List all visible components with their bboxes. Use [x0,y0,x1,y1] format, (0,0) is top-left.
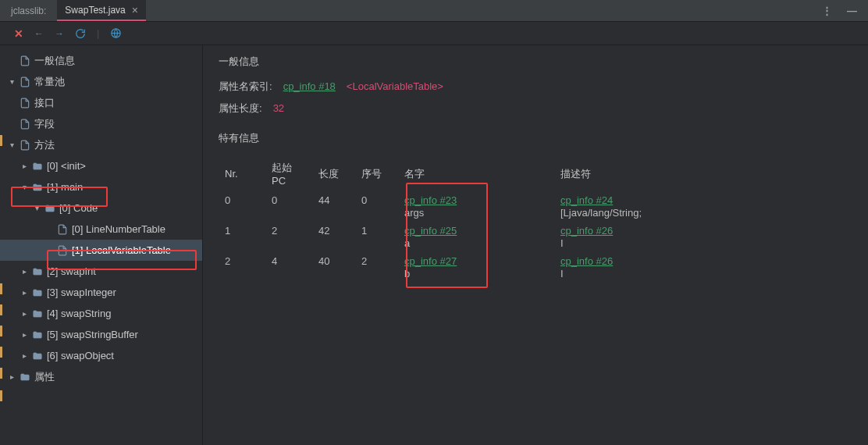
cell-length: 40 [312,252,355,283]
attr-name-index-row: 属性名索引: cp_info #18 <LocalVariableTable> [219,80,852,94]
tree-node[interactable]: ▾方法 [0,134,202,155]
chevron-down-icon[interactable]: ▾ [20,183,28,191]
tree-node-label: 接口 [34,96,55,110]
cell-name-text: a [404,237,548,249]
titlebar: jclasslib: SwapTest.java × ⋮ — [0,0,868,22]
cell-name: cp_info #27b [398,252,554,283]
tree-node-label: [2] swapInt [47,265,96,277]
cell-name: cp_info #23args [398,191,554,222]
cell-nr: 1 [219,222,265,252]
tree-node-label: 属性 [34,370,55,384]
gutter-marker [0,347,2,358]
tree-node-label: [1] main [47,181,83,193]
chevron-right-icon[interactable]: ▸ [20,162,28,170]
tree-node[interactable]: 字段 [0,113,202,134]
folder-icon [19,371,31,383]
cp-info-link[interactable]: cp_info #26 [560,255,613,267]
chevron-down-icon[interactable]: ▾ [8,77,16,86]
col-descriptor: 描述符 [554,156,852,191]
tree-node[interactable]: ▾[0] Code [0,198,202,219]
tree-node[interactable]: ▸[5] swapStringBuffer [0,324,202,345]
tree-node[interactable]: 接口 [0,92,202,113]
gutter-marker [0,368,2,379]
sidebar-tree[interactable]: 一般信息▾常量池接口字段▾方法▸[0] <init>▾[1] main▾[0] … [0,45,203,445]
tree-node[interactable]: ▸属性 [0,366,202,387]
cp-info-link[interactable]: cp_info #27 [404,255,457,267]
chevron-right-icon[interactable]: ▸ [8,372,16,381]
forward-icon[interactable]: → [55,28,64,39]
chevron-down-icon[interactable]: ▾ [33,204,41,212]
tree-node-label: [0] LineNumberTable [72,223,165,235]
chevron-right-icon[interactable]: ▸ [20,330,28,339]
tree-node[interactable]: ▾常量池 [0,71,202,92]
table-row[interactable]: 24402cp_info #27bcp_info #26I [219,252,852,283]
tree-node-label: [6] swapObject [47,350,114,361]
tree-node-label: 方法 [34,138,55,152]
col-name: 名字 [398,156,554,191]
chevron-right-icon[interactable]: ▸ [20,267,28,276]
tree-node-label: [1] LocalVariableTable [72,244,171,256]
gutter-marker [0,135,2,146]
folder-icon [31,160,44,173]
tree-node[interactable]: ▸[2] swapInt [0,261,202,282]
chevron-right-icon[interactable]: ▸ [20,351,28,360]
tree-node[interactable]: ▸[0] <init> [0,155,202,176]
gutter-marker [0,390,2,401]
cp-info-link[interactable]: cp_info #23 [404,194,457,206]
attr-name-index-label: 属性名索引: [219,80,272,94]
col-index: 序号 [355,156,398,191]
tree-node-label: [3] swapInteger [47,287,116,298]
close-icon[interactable]: ✕ [14,27,23,40]
cp-info-link[interactable]: cp_info #25 [404,225,457,237]
cp-info-link[interactable]: cp_info #24 [560,194,613,206]
tree-node[interactable]: ▾[1] main [0,176,202,198]
cell-index: 0 [355,191,398,222]
cell-index: 2 [355,252,398,283]
tree-node[interactable]: ▸[4] swapString [0,303,202,324]
globe-icon[interactable] [110,27,122,39]
tab-swaptest[interactable]: SwapTest.java × [57,0,146,21]
file-icon [19,76,31,88]
cell-length: 44 [312,191,355,222]
cell-length: 42 [312,222,355,252]
cp-info-link[interactable]: cp_info #26 [560,225,613,237]
cell-desc-text: [Ljava/lang/String; [560,207,846,219]
cell-startpc: 0 [265,191,312,222]
folder-icon [31,350,44,362]
chevron-right-icon[interactable]: ▸ [20,288,28,297]
tree-node[interactable]: 一般信息 [0,50,202,71]
tree-node[interactable]: ▸[3] swapInteger [0,282,202,303]
file-icon [19,118,31,130]
tree-node[interactable]: [0] LineNumberTable [0,219,202,240]
more-icon[interactable]: ⋮ [822,5,833,16]
table-row[interactable]: 00440cp_info #23argscp_info #24[Ljava/la… [219,191,852,222]
cell-nr: 0 [219,191,265,222]
chevron-right-icon[interactable]: ▸ [20,309,28,318]
tree-node-label: [0] <init> [47,160,86,172]
file-icon [19,55,31,67]
folder-icon [44,202,56,215]
file-icon [56,223,69,236]
cell-startpc: 2 [265,222,312,252]
col-nr: Nr. [219,156,265,191]
cell-nr: 2 [219,252,265,283]
cp-info-link[interactable]: cp_info #18 [283,80,336,92]
tree-node[interactable]: [1] LocalVariableTable [0,240,202,261]
attr-length-row: 属性长度: 32 [219,101,852,116]
tree-node-label: [5] swapStringBuffer [47,329,138,340]
section-specific-title: 特有信息 [219,131,852,145]
close-icon[interactable]: × [132,5,138,16]
tree-node[interactable]: ▸[6] swapObject [0,345,202,366]
back-icon[interactable]: ← [34,28,44,39]
tab-label: SwapTest.java [65,5,125,16]
tree-node-label: 常量池 [34,75,65,89]
refresh-icon[interactable] [75,28,86,39]
chevron-down-icon[interactable]: ▾ [8,141,16,149]
content-pane: 一般信息 属性名索引: cp_info #18 <LocalVariableTa… [203,45,868,445]
minimize-icon[interactable]: — [847,5,857,16]
table-row[interactable]: 12421cp_info #25acp_info #26I [219,222,852,252]
cell-descriptor: cp_info #26I [554,252,852,283]
file-icon [56,244,69,257]
tree-node-label: 一般信息 [34,54,75,68]
section-general-title: 一般信息 [219,55,852,69]
